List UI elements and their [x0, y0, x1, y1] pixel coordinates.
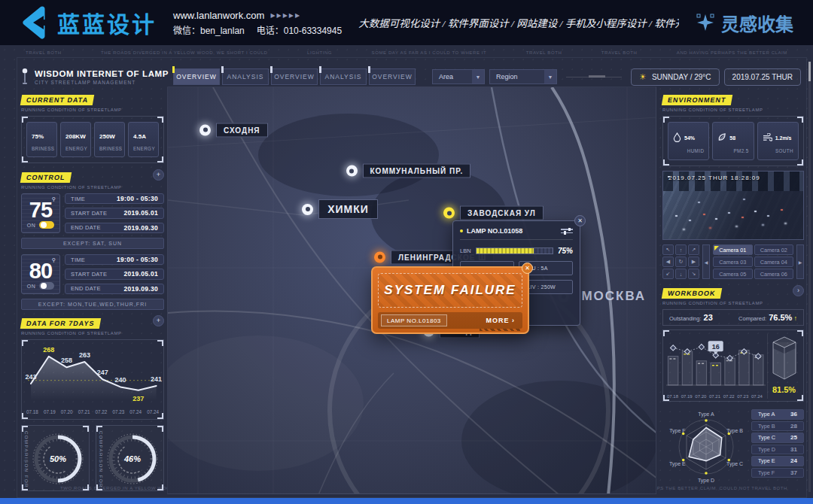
type-label: Type B [758, 423, 775, 430]
right-column: ENVIRONMENT RUNNING CONDITION OF STREETL… [662, 92, 804, 486]
pan-down-icon[interactable]: ↓ [675, 269, 687, 279]
brand-name: 蓝蓝设计 [57, 6, 157, 39]
close-icon[interactable]: ✕ [574, 215, 586, 226]
comparison-panel: COMPARISON FOR 50% COMPARISON FOR 46% [21, 425, 164, 491]
time-row[interactable]: TIME 19:00 - 05:30 [65, 193, 164, 204]
tab-overview-1[interactable]: OVERVIEW [173, 68, 220, 85]
close-icon[interactable]: ✕ [522, 263, 533, 274]
pan-right-icon[interactable]: ▶ [688, 257, 699, 267]
brand-website[interactable]: www.lanlanwork.com [173, 10, 264, 21]
map-label[interactable]: ХИМКИ [302, 199, 378, 219]
camera-panel: 2019.07.25 THUR 18:28:09 ↖ ↑ ↗ ◀ ↻ ▶ ↙ ↓… [662, 171, 804, 279]
camera-button[interactable]: Camera 01 [713, 244, 753, 255]
type-label: Type E [758, 457, 775, 464]
camera-next-icon[interactable]: ▶ [796, 244, 804, 279]
tab-overview-3[interactable]: OVERVIEW [369, 68, 416, 85]
lamp-pin-icon[interactable] [199, 124, 211, 135]
start-date-label: START DATE [71, 271, 107, 278]
pan-up-icon[interactable]: ↑ [675, 244, 687, 255]
type-label: Type D [758, 446, 775, 453]
lamp-pin-icon[interactable] [443, 208, 455, 219]
pan-up-right-icon[interactable]: ↗ [688, 244, 699, 255]
current-data-title: CURRENT DATA [20, 95, 95, 105]
power-toggle[interactable] [39, 221, 54, 229]
camera-button[interactable]: Camera 02 [754, 244, 794, 255]
start-date-row[interactable]: START DATE 2019.05.01 [65, 208, 164, 218]
type-list-row[interactable]: Type B28 [751, 421, 804, 432]
power-toggle[interactable] [39, 282, 54, 290]
type-list-row[interactable]: Type D31 [751, 445, 804, 455]
page-subtitle: CITY STREETLAMP MANAGEMENT [35, 80, 169, 85]
camera-button[interactable]: Camera 05 [713, 269, 753, 279]
brightness-progressbar[interactable] [476, 247, 553, 254]
area-select[interactable]: Area ▼ [432, 69, 485, 84]
region-select[interactable]: Region ▼ [489, 69, 557, 84]
type-list-row[interactable]: Type A36 [751, 409, 804, 420]
current-data-subtitle: RUNNING CONDITION OF STREETLAMP [21, 108, 164, 112]
expand-chart-button[interactable]: + [153, 315, 164, 326]
control-subtitle: RUNNING CONDITION OF STREETLAMP [21, 185, 122, 190]
type-value: 36 [790, 411, 797, 417]
map-label[interactable]: КОММУНАЛЬНЫЙ ПР. [346, 164, 471, 178]
decor-text-top: TRAVEL BOTHTHE ROADS DIVERGED IN A YELLO… [26, 50, 787, 55]
add-schedule-button[interactable]: + [153, 169, 164, 181]
start-date-label: START DATE [71, 210, 107, 217]
week-line-chart: 243268258263247240237241 07.1807.1907.20… [21, 339, 164, 420]
lamp-pin-icon[interactable] [374, 251, 385, 263]
lamp-pin-icon[interactable] [302, 204, 313, 215]
pan-up-left-icon[interactable]: ↖ [662, 244, 674, 255]
stat-value: 75 [32, 133, 38, 140]
radar-chart: Type AType BType CType DType EType F [662, 408, 750, 486]
tab-overview-2[interactable]: OVERVIEW [271, 68, 318, 85]
chevron-down-icon[interactable]: ▼ [544, 70, 556, 83]
svg-text:237: 237 [132, 395, 144, 402]
axis-tick-label: 07.24 [147, 409, 159, 414]
camera-prev-icon[interactable]: ◀ [702, 244, 710, 279]
chevron-down-icon[interactable]: ▼ [472, 70, 484, 83]
camera-button[interactable]: Camera 06 [754, 269, 794, 279]
camera-feed[interactable]: 2019.07.25 THUR 18:28:09 [662, 171, 804, 240]
type-list-row[interactable]: Type F37 [751, 468, 804, 478]
lamp-pin-icon[interactable] [346, 165, 358, 177]
decor-text: THE ROADS DIVERGED IN A YELLOW WOOD, WE … [101, 50, 268, 55]
pan-down-left-icon[interactable]: ↙ [662, 269, 674, 279]
time-value: 19:00 - 05:30 [117, 256, 158, 263]
current-data-cards: 75% BRINESS 208KW ENERGY 250W BRINESS 4.… [21, 116, 164, 163]
pan-down-right-icon[interactable]: ↘ [688, 269, 699, 279]
type-list-row[interactable]: Type C25 [751, 433, 804, 443]
end-date-row[interactable]: END DATE 2019.09.30 [65, 284, 164, 294]
compared-label: Compared: [738, 315, 766, 322]
pan-left-icon[interactable]: ◀ [662, 257, 674, 267]
stat-card: 4.5A ENERGY [128, 122, 159, 157]
collect-label: 灵感收集 [721, 10, 793, 36]
tab-analysis-2[interactable]: ANALYSIS [320, 68, 367, 85]
svg-text:247: 247 [97, 369, 108, 376]
scrollbar-thumb[interactable] [808, 62, 811, 81]
camera-dpad: ↖ ↑ ↗ ◀ ↻ ▶ ↙ ↓ ↘ [662, 244, 699, 279]
camera-button[interactable]: Camera 04 [754, 257, 794, 267]
map-label[interactable]: СХОДНЯ [199, 123, 267, 137]
inspiration-collect[interactable]: 灵感收集 [696, 10, 793, 36]
alert-lamp-id: LAMP NO.L01803 [381, 314, 447, 326]
more-button[interactable]: MORE › [486, 317, 520, 324]
time-row[interactable]: TIME 19:00 - 05:30 [65, 254, 164, 265]
end-date-row[interactable]: END DATE 2019.09.30 [65, 223, 164, 233]
type-value: 24 [790, 457, 797, 464]
city-map[interactable]: ✕ LAMP NO.L01058 LBN 75% SITUATION : ON … [167, 87, 656, 494]
reset-view-icon[interactable]: ↻ [675, 257, 687, 267]
scrollbar[interactable] [808, 62, 811, 492]
tab-analysis-1[interactable]: ANALYSIS [222, 68, 269, 85]
axis-tick-label: 07.23 [737, 394, 748, 399]
axis-tick-label: 07.23 [112, 409, 124, 414]
type-list-row[interactable]: Type E24 [751, 456, 804, 466]
map-label[interactable]: ЗАВОДСКАЯ УЛ [443, 206, 544, 220]
camera-button[interactable]: Camera 03 [713, 257, 753, 267]
sliders-icon[interactable] [561, 229, 573, 233]
region-select-value: Region [496, 73, 518, 80]
weather-widget: ☀ SUNNDAY / 29°C [631, 68, 720, 86]
workbook-chart: 16 07.1807.1907.2007.2107.2207.2307.24 8… [662, 329, 804, 402]
workbook-more-button[interactable]: › [793, 285, 804, 296]
header-tabs: OVERVIEW ANALYSIS OVERVIEW ANALYSIS OVER… [173, 68, 416, 85]
lbn-percent: 75% [558, 247, 573, 255]
start-date-row[interactable]: START DATE 2019.05.01 [65, 269, 164, 279]
